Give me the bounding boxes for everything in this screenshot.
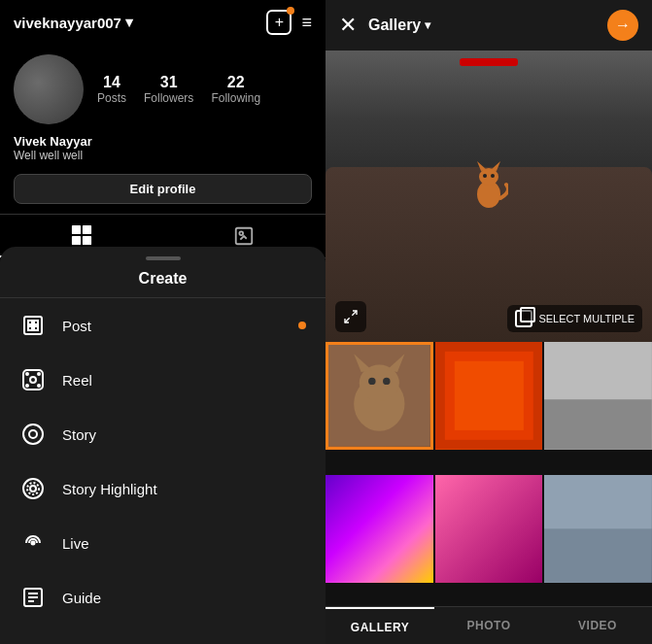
drawer-item-reel-label: Reel <box>62 372 306 389</box>
thumbnail-3[interactable] <box>326 475 433 583</box>
post-icon <box>19 312 47 339</box>
profile-bio: Well well well <box>14 149 312 162</box>
drawer-item-post-label: Post <box>62 318 283 334</box>
edit-profile-button[interactable]: Edit profile <box>14 174 312 204</box>
drawer-handle <box>146 256 181 260</box>
expand-button[interactable] <box>335 301 366 332</box>
stats-row: 14 Posts 31 Followers 22 Following <box>97 74 312 105</box>
followers-label: Followers <box>144 91 193 105</box>
avatar-image <box>14 54 84 124</box>
svg-point-31 <box>483 174 487 178</box>
profile-header: viveknayyar007 ▾ + ≡ <box>0 0 326 45</box>
guide-icon <box>19 584 47 611</box>
following-stat[interactable]: 22 Following <box>211 74 260 105</box>
svg-point-18 <box>29 430 37 438</box>
svg-point-22 <box>32 542 35 545</box>
post-notification-dot <box>298 322 306 329</box>
svg-point-20 <box>30 486 36 491</box>
svg-rect-9 <box>28 326 32 330</box>
thumbnail-4[interactable] <box>435 475 543 583</box>
drawer-item-guide[interactable]: Guide <box>0 570 326 625</box>
svg-point-17 <box>23 424 43 444</box>
add-post-button[interactable]: + <box>266 10 292 35</box>
tab-photo[interactable]: PHOTO <box>434 607 543 644</box>
avatar <box>14 54 84 124</box>
svg-rect-51 <box>544 475 652 528</box>
left-panel: viveknayyar007 ▾ + ≡ 14 Posts 31 Foll <box>0 0 326 644</box>
svg-rect-2 <box>72 236 81 245</box>
header-icons: + ≡ <box>266 10 312 35</box>
svg-line-33 <box>352 311 357 316</box>
svg-rect-46 <box>544 342 652 399</box>
gallery-chevron-icon: ▾ <box>425 18 430 32</box>
drawer-item-guide-label: Guide <box>62 590 306 606</box>
drawer-item-story[interactable]: Story <box>0 407 326 461</box>
preview-background <box>326 51 652 342</box>
svg-marker-30 <box>491 161 500 171</box>
live-icon <box>19 529 47 557</box>
svg-point-13 <box>26 373 28 375</box>
drawer-item-live[interactable]: Live <box>0 516 326 570</box>
svg-point-14 <box>38 373 40 375</box>
select-multiple-label: SELECT MULTIPLE <box>538 313 635 324</box>
drawer-item-story-highlight[interactable]: Story Highlight <box>0 461 326 516</box>
gallery-title-text: Gallery <box>368 17 421 34</box>
gallery-arrow-icon: → <box>615 17 631 34</box>
tab-video[interactable]: VIDEO <box>543 607 652 644</box>
profile-section: 14 Posts 31 Followers 22 Following <box>0 45 326 130</box>
thumbnail-2[interactable] <box>544 342 652 450</box>
tab-gallery[interactable]: GALLERY <box>326 607 434 644</box>
svg-point-12 <box>30 377 36 383</box>
gallery-tabs: GALLERY PHOTO VIDEO <box>326 606 652 644</box>
gallery-preview: SELECT MULTIPLE <box>326 51 652 342</box>
svg-rect-47 <box>544 399 652 449</box>
svg-rect-0 <box>72 225 81 234</box>
drawer-item-story-label: Story <box>62 426 306 443</box>
thumbnail-grid <box>326 342 652 606</box>
thumbnail-5[interactable] <box>544 475 652 583</box>
followers-count: 31 <box>160 74 178 91</box>
followers-stat[interactable]: 31 Followers <box>144 74 193 105</box>
svg-rect-3 <box>83 236 91 245</box>
svg-rect-7 <box>28 321 32 324</box>
drawer-item-reel[interactable]: Reel <box>0 353 326 407</box>
svg-point-32 <box>491 174 495 178</box>
svg-rect-10 <box>34 326 38 330</box>
username-area[interactable]: viveknayyar007 ▾ <box>14 14 133 31</box>
svg-point-5 <box>240 231 244 235</box>
gallery-close-button[interactable]: ✕ <box>339 13 357 38</box>
thumbnail-0[interactable] <box>326 342 433 450</box>
following-count: 22 <box>227 74 245 91</box>
following-label: Following <box>211 91 260 105</box>
svg-point-15 <box>26 385 28 387</box>
svg-rect-1 <box>83 225 91 234</box>
reel-icon <box>19 366 47 393</box>
posts-stat[interactable]: 14 Posts <box>97 74 126 105</box>
posts-label: Posts <box>97 91 126 105</box>
story-highlight-icon <box>19 475 47 502</box>
svg-marker-29 <box>477 161 487 171</box>
menu-button[interactable]: ≡ <box>301 13 312 33</box>
svg-rect-8 <box>34 321 38 324</box>
thumbnail-1[interactable] <box>435 342 543 450</box>
svg-point-40 <box>368 378 375 385</box>
svg-rect-48 <box>326 475 433 583</box>
svg-point-41 <box>383 378 390 385</box>
select-multiple-button[interactable]: SELECT MULTIPLE <box>507 305 642 332</box>
posts-count: 14 <box>103 74 120 91</box>
drawer-item-live-label: Live <box>62 535 306 552</box>
svg-point-16 <box>38 385 40 387</box>
svg-rect-49 <box>435 475 543 583</box>
gallery-next-button[interactable]: → <box>607 10 638 41</box>
notification-dot <box>287 7 294 15</box>
svg-point-21 <box>27 483 39 494</box>
drawer-item-post[interactable]: Post <box>0 298 326 353</box>
video-indicator <box>460 58 518 66</box>
username-text: viveknayyar007 <box>14 15 121 31</box>
svg-line-34 <box>345 318 350 322</box>
cat-figure <box>469 157 508 211</box>
profile-name-area: Vivek Nayyar Well well well <box>0 130 326 168</box>
drawer-item-story-highlight-label: Story Highlight <box>62 481 306 497</box>
svg-rect-44 <box>454 361 523 430</box>
gallery-title-area[interactable]: Gallery ▾ <box>368 17 607 34</box>
